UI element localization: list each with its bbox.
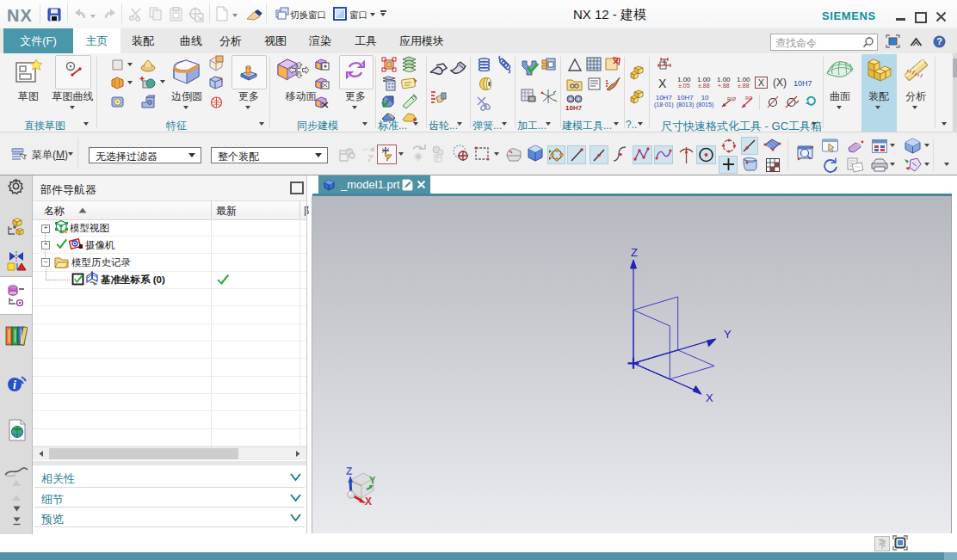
- svg-text:?: ?: [936, 36, 942, 46]
- svg-text:Y: Y: [724, 328, 732, 341]
- svg-text:Z: Z: [346, 465, 352, 477]
- svg-text:i: i: [13, 378, 16, 391]
- svg-text:Y: Y: [369, 475, 376, 485]
- svg-text:X: X: [365, 495, 372, 508]
- svg-text:Z: Z: [631, 246, 638, 259]
- svg-text:R(Ø): R(Ø): [727, 96, 736, 102]
- svg-text:X: X: [706, 391, 713, 404]
- svg-text:RØ: RØ: [745, 95, 753, 101]
